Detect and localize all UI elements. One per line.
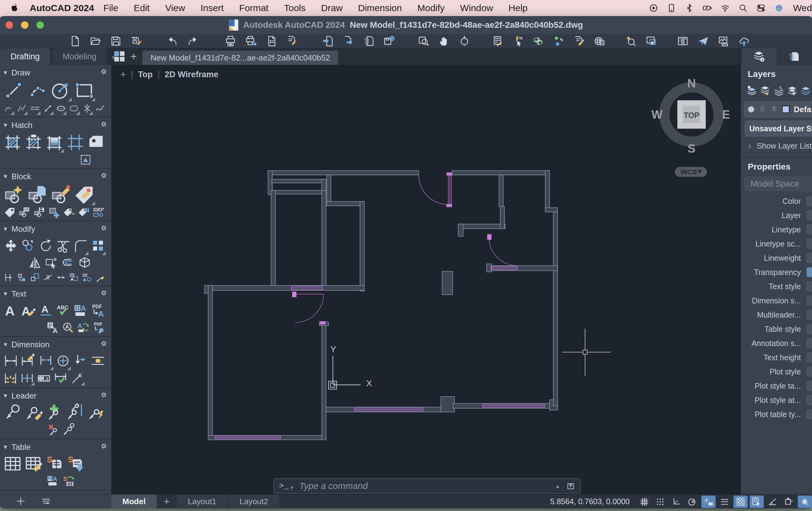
tool-t-pdf-settings[interactable]: PDF — [93, 321, 105, 334]
tool-d-ray[interactable] — [43, 102, 53, 114]
unsaved-layer-state[interactable]: Unsaved Layer Sta — [745, 120, 812, 137]
toolbar-plot-edit-button[interactable] — [285, 35, 298, 48]
menu-item-modify[interactable]: Modify — [417, 3, 445, 13]
tool-m-copy-rotate[interactable] — [82, 272, 92, 283]
section-gear-icon[interactable] — [99, 391, 108, 401]
tab-modeling[interactable]: Modeling — [52, 48, 107, 65]
property-value-field[interactable] — [807, 310, 812, 320]
apple-icon[interactable] — [10, 3, 19, 13]
section-gear-icon[interactable] — [99, 289, 108, 299]
file-tab[interactable]: New Model_f1431d7e-82...ae-ae2f-2a840c04… — [142, 51, 338, 65]
tool-h-region[interactable] — [87, 133, 105, 152]
tool-t-find[interactable]: A — [62, 321, 74, 334]
tool-t-pdf-import[interactable]: PDFA — [91, 302, 105, 320]
tool-b-attr-edit[interactable] — [78, 206, 90, 218]
tool-d-arc[interactable] — [27, 80, 48, 101]
property-value-field[interactable] — [807, 353, 812, 362]
tab-layout1[interactable]: Layout1 — [177, 494, 228, 509]
tool-t-mtext[interactable]: A — [4, 302, 18, 320]
toolbar-export-button[interactable] — [342, 35, 355, 48]
tool-d-line[interactable] — [4, 80, 24, 101]
tool-t-txt2mtxt[interactable]: A — [46, 321, 59, 334]
menubar-control-center-icon[interactable] — [756, 3, 766, 13]
new-layout-button[interactable]: + — [157, 494, 176, 509]
layer-tool-layer-new[interactable] — [747, 84, 757, 97]
toolbar-pan-button[interactable] — [437, 35, 451, 48]
tool-d-ellipse[interactable] — [56, 102, 66, 114]
menubar-wifi-icon[interactable] — [720, 3, 730, 13]
menu-item-view[interactable]: View — [165, 3, 185, 13]
tool-t-update[interactable]: A — [77, 321, 90, 334]
toolbar-viewports-button[interactable] — [645, 35, 658, 48]
tool-m-trim[interactable] — [56, 237, 70, 254]
toolbar-new-file-button[interactable] — [68, 35, 82, 48]
tool-t-style[interactable]: A — [21, 302, 35, 320]
floor-plan-drawing[interactable]: YXTOPNESWWCS — [111, 65, 741, 494]
minimize-button[interactable] — [21, 21, 28, 29]
property-value-field[interactable] — [807, 224, 812, 235]
toolbar-page-setup-button[interactable] — [265, 35, 278, 48]
section-gear-icon[interactable] — [99, 224, 108, 235]
menubar-display-icon[interactable] — [666, 3, 676, 13]
tool-di-adjust-space[interactable] — [91, 352, 105, 369]
tool-d-spline[interactable] — [95, 102, 105, 114]
toolbar-redo-button[interactable] — [186, 35, 199, 48]
tool-m-3d-move[interactable] — [17, 272, 27, 283]
layer-lock-icon[interactable] — [758, 105, 766, 114]
tool-m-move[interactable] — [4, 237, 18, 254]
toggle-selection-cycling[interactable] — [750, 495, 764, 508]
toolbar-match-properties-button[interactable] — [573, 35, 585, 48]
file-tabs-overview-icon[interactable] — [114, 51, 125, 62]
tool-l-add[interactable] — [46, 403, 63, 421]
command-line[interactable]: >_ ▾ ▴ — [273, 478, 581, 494]
layer-row-default[interactable]: Defa — [744, 101, 812, 117]
section-collapse-icon[interactable]: ▾ — [4, 68, 7, 77]
toolbar-named-views-button[interactable] — [625, 35, 637, 48]
command-expand-icon[interactable]: ▴ — [556, 482, 559, 490]
property-value-field[interactable] — [807, 210, 812, 220]
property-value-field[interactable] — [807, 281, 812, 291]
property-value-field[interactable] — [807, 338, 812, 348]
tool-di-tolerance[interactable]: .1 — [37, 371, 51, 385]
toolbar-import-button[interactable] — [321, 35, 334, 48]
panel-bottom-layer-list-icon[interactable] — [41, 496, 51, 508]
property-value-field[interactable] — [807, 239, 812, 249]
property-value-field[interactable] — [807, 253, 812, 263]
toolbar-quick-select-button[interactable] — [511, 35, 524, 48]
tool-h-hatch[interactable] — [4, 133, 22, 152]
section-gear-icon[interactable] — [99, 171, 108, 182]
section-collapse-icon[interactable]: ▾ — [4, 121, 7, 129]
tool-m-lengthen[interactable] — [4, 272, 13, 283]
section-collapse-icon[interactable]: ▾ — [4, 225, 7, 233]
property-value-field[interactable] — [807, 196, 812, 206]
tool-h-wipeout[interactable] — [80, 154, 91, 166]
menu-item-format[interactable]: Format — [239, 3, 268, 13]
layer-tool-layer-merge[interactable] — [801, 84, 811, 97]
tool-b-add[interactable] — [48, 206, 60, 218]
tool-di-style[interactable] — [21, 352, 35, 369]
toolbar-plot-preview-button[interactable] — [244, 35, 257, 48]
panel-bottom-add-icon[interactable] — [16, 496, 26, 508]
command-history-icon[interactable] — [566, 481, 575, 491]
tool-d-circle[interactable] — [51, 80, 71, 101]
tool-b-edit-attributes[interactable] — [74, 184, 94, 205]
toolbar-save-as-button[interactable] — [130, 35, 143, 48]
tool-m-clean[interactable] — [95, 272, 105, 283]
menu-item-edit[interactable]: Edit — [134, 3, 150, 13]
property-value-field[interactable] — [807, 367, 812, 377]
property-value-field[interactable] — [807, 267, 812, 277]
section-collapse-icon[interactable]: ▾ — [4, 172, 7, 180]
tool-d-construction-line[interactable] — [30, 102, 40, 114]
tool-b-attr-sync[interactable] — [63, 206, 75, 218]
tool-di-jogged[interactable]: X — [70, 371, 84, 385]
menu-item-tools[interactable]: Tools — [284, 3, 306, 13]
tool-l-align[interactable] — [66, 403, 84, 421]
toolbar-cloud-upload-button[interactable] — [737, 35, 751, 48]
toggle-snap[interactable] — [653, 495, 667, 508]
tool-m-copy[interactable] — [21, 237, 35, 254]
command-input[interactable] — [298, 481, 556, 491]
tool-di-break[interactable] — [73, 352, 87, 369]
viewport-plus[interactable]: + — [120, 69, 126, 80]
tool-m-array[interactable] — [91, 237, 105, 254]
toolbar-share-button[interactable] — [697, 35, 710, 48]
